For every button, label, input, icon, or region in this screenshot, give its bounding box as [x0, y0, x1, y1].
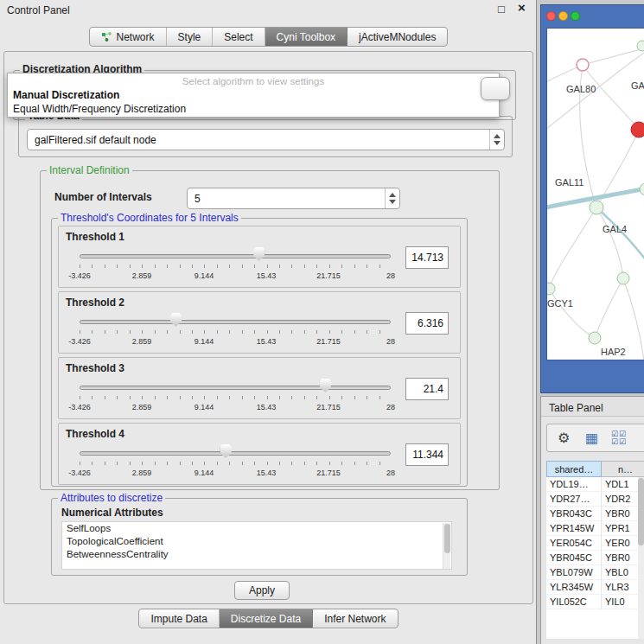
- node[interactable]: [640, 183, 644, 195]
- node-label-gal4[interactable]: GAL4: [603, 224, 627, 234]
- threshold-3-value-input[interactable]: [405, 378, 449, 400]
- table-row[interactable]: YLR345W YLR3: [546, 580, 644, 595]
- table-cell[interactable]: YBL079W: [546, 565, 602, 580]
- bottom-tab-bar: Impute Data Discretize Data Infer Networ…: [0, 609, 537, 628]
- tab-select[interactable]: Select: [213, 28, 265, 46]
- tick-label: 21.715: [316, 271, 341, 280]
- tab-label: Style: [178, 31, 201, 43]
- tick-label: 15.43: [257, 403, 277, 411]
- table-row[interactable]: YBL079W YBL0: [546, 565, 644, 580]
- tick-label: 15.43: [257, 337, 277, 346]
- tick-label: 2.859: [132, 469, 152, 477]
- scrollbar-thumb[interactable]: [638, 478, 644, 545]
- threshold-3-slider-thumb[interactable]: [320, 379, 331, 392]
- table-row[interactable]: YBR045C YBR0: [546, 551, 644, 565]
- node[interactable]: [637, 41, 644, 51]
- table-cell[interactable]: YBR043C: [546, 507, 602, 521]
- algorithm-combobox-button[interactable]: [481, 77, 510, 100]
- node-selected-red[interactable]: [631, 122, 644, 137]
- table-row[interactable]: YER054C YER0: [546, 536, 644, 551]
- table-scrollbar[interactable]: [638, 477, 644, 639]
- tab-discretize-data[interactable]: Discretize Data: [220, 609, 313, 628]
- node-gal4[interactable]: [590, 201, 603, 214]
- table-cell[interactable]: YPR145W: [546, 521, 602, 536]
- popup-option-manual-discretization[interactable]: Manual Discretization: [13, 89, 119, 101]
- float-window-icon[interactable]: □: [498, 3, 505, 15]
- column-header-name[interactable]: n…: [602, 461, 644, 477]
- table-data-value: galFiltered.sif default node: [35, 134, 156, 146]
- number-of-intervals-combobox[interactable]: 5: [187, 188, 400, 209]
- table-cell[interactable]: YDR27…: [546, 492, 602, 507]
- tab-infer-network[interactable]: Infer Network: [313, 609, 397, 628]
- close-window-icon[interactable]: ×: [518, 2, 526, 13]
- threshold-4-slider-track[interactable]: [80, 451, 391, 456]
- columns-icon[interactable]: ▦: [585, 431, 598, 445]
- tick-label: 21.715: [316, 469, 341, 477]
- threshold-1-value-input[interactable]: [405, 246, 449, 269]
- threshold-3-slider-track[interactable]: [80, 386, 391, 390]
- threshold-4-label: Threshold 4: [66, 428, 124, 440]
- slider-ticks: [80, 330, 392, 334]
- threshold-1-slider-track[interactable]: [80, 254, 391, 258]
- node[interactable]: [617, 272, 629, 284]
- combo-stepper-icon[interactable]: [385, 188, 399, 208]
- table-row[interactable]: YDR27… YDR2: [546, 492, 644, 507]
- network-canvas[interactable]: GAL80 GA GAL11 GAL4 GCY1 HAP2: [546, 28, 644, 360]
- table-panel-title: Table Panel: [549, 402, 603, 414]
- table-row[interactable]: YDL19… YDL1: [546, 477, 644, 492]
- threshold-4-slider-thumb[interactable]: [220, 444, 232, 458]
- combo-stepper-icon[interactable]: [489, 130, 504, 150]
- list-item[interactable]: BetweennessCentrality: [62, 548, 451, 561]
- node-label-gal11[interactable]: GAL11: [555, 177, 583, 188]
- tab-impute-data[interactable]: Impute Data: [139, 609, 219, 628]
- table-cell[interactable]: YIL052C: [546, 595, 602, 609]
- node-hap2[interactable]: [589, 332, 601, 344]
- node-label-clipped[interactable]: GA: [631, 80, 644, 91]
- node-gcy1[interactable]: [547, 283, 555, 295]
- select-columns-icon[interactable]: ☑☑ ☑☑: [611, 430, 627, 446]
- threshold-2-slider-track[interactable]: [80, 320, 391, 324]
- algorithm-dropdown-popup: Select algorithm to view settings Manual…: [7, 73, 500, 118]
- table-data-combobox[interactable]: galFiltered.sif default node: [27, 129, 505, 150]
- popup-option-equal-width-frequency[interactable]: Equal Width/Frequency Discretization: [13, 103, 186, 115]
- gear-icon[interactable]: ⚙: [558, 431, 570, 445]
- tick-label: 9.144: [194, 403, 214, 411]
- tick-label: 28: [386, 271, 395, 280]
- table-row[interactable]: YPR145W YPR1: [546, 521, 644, 536]
- mac-minimize-icon[interactable]: [558, 11, 568, 21]
- numerical-attributes-list[interactable]: SelfLoops TopologicalCoefficient Between…: [61, 521, 452, 570]
- table-cell[interactable]: YBR045C: [546, 551, 602, 565]
- table-row[interactable]: YBR043C YBR0: [546, 507, 644, 521]
- tick-label: 28: [386, 403, 395, 411]
- mac-close-icon[interactable]: [546, 11, 556, 21]
- table-cell[interactable]: YLR345W: [546, 580, 602, 595]
- scrollbar-thumb[interactable]: [444, 524, 450, 553]
- node-label-gcy1[interactable]: GCY1: [547, 298, 573, 309]
- table-cell[interactable]: YDL19…: [546, 477, 602, 492]
- mac-zoom-icon[interactable]: [571, 11, 580, 21]
- number-of-intervals-value: 5: [194, 193, 201, 205]
- threshold-2-value-input[interactable]: [405, 312, 449, 335]
- threshold-4-value-input[interactable]: [405, 443, 449, 466]
- list-item[interactable]: SelfLoops: [62, 522, 451, 535]
- column-header-shared-name[interactable]: shared…: [546, 461, 602, 477]
- tick-label: -3.426: [68, 469, 91, 477]
- tab-network[interactable]: Network: [90, 28, 167, 46]
- threshold-2-panel: Threshold 2 -3.426 2.859 9.144 15.43 21.…: [58, 291, 461, 354]
- network-icon: [101, 31, 112, 42]
- apply-button[interactable]: Apply: [234, 581, 290, 600]
- list-scrollbar[interactable]: [443, 523, 450, 569]
- node-gal80[interactable]: [577, 59, 589, 71]
- node-label-hap2[interactable]: HAP2: [601, 347, 626, 357]
- tab-jactivemnodules[interactable]: jActiveMNodules: [348, 28, 447, 46]
- threshold-2-slider-thumb[interactable]: [170, 313, 182, 327]
- threshold-1-slider-thumb[interactable]: [253, 247, 265, 261]
- list-item[interactable]: TopologicalCoefficient: [62, 535, 451, 548]
- tab-style[interactable]: Style: [167, 28, 214, 46]
- node-label-gal80[interactable]: GAL80: [566, 84, 596, 94]
- tab-cyni-toolbox[interactable]: Cyni Toolbox: [265, 28, 348, 46]
- table-row[interactable]: YIL052C YIL0: [546, 595, 644, 609]
- tick-label: 9.144: [194, 271, 214, 280]
- table-cell[interactable]: YER054C: [546, 536, 602, 551]
- threshold-1-label: Threshold 1: [66, 231, 124, 243]
